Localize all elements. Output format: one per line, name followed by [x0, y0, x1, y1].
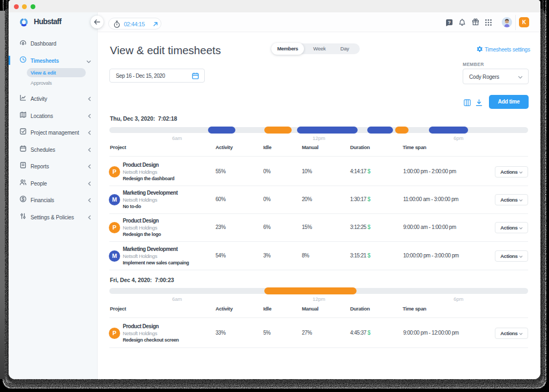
svg-text:?: ? — [448, 20, 451, 25]
